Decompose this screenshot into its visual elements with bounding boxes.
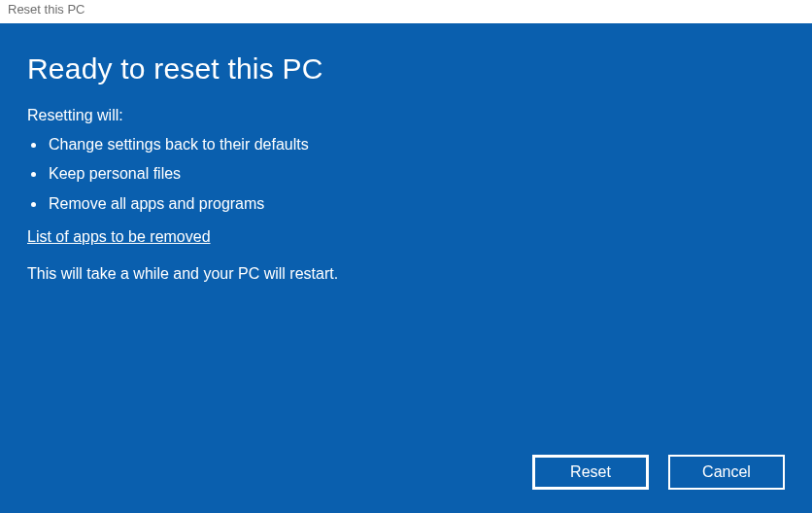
- list-item: Keep personal files: [47, 159, 785, 188]
- button-row: Reset Cancel: [532, 455, 785, 490]
- apps-to-remove-link[interactable]: List of apps to be removed: [27, 228, 211, 246]
- intro-text: Resetting will:: [27, 107, 785, 124]
- list-item: Change settings back to their defaults: [47, 130, 785, 159]
- bullet-list: Change settings back to their defaults K…: [27, 130, 785, 219]
- restart-note: This will take a while and your PC will …: [27, 265, 785, 283]
- list-item: Remove all apps and programs: [47, 189, 785, 219]
- content-panel: Ready to reset this PC Resetting will: C…: [0, 23, 812, 513]
- window-title: Reset this PC: [0, 0, 812, 23]
- reset-button[interactable]: Reset: [532, 455, 649, 490]
- cancel-button[interactable]: Cancel: [668, 455, 785, 490]
- page-heading: Ready to reset this PC: [27, 52, 785, 86]
